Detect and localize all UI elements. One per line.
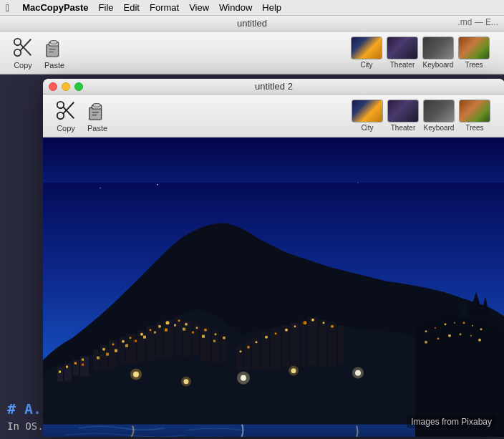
svg-point-110: [181, 376, 191, 386]
svg-rect-72: [106, 352, 109, 355]
svg-point-70: [223, 336, 226, 339]
svg-rect-88: [271, 329, 281, 368]
traffic-light-red[interactable]: [49, 82, 57, 91]
thumb-keyboard-label-front: Keyboard: [424, 124, 455, 132]
menu-file[interactable]: File: [99, 2, 114, 13]
svg-rect-83: [213, 339, 215, 342]
svg-point-63: [158, 324, 161, 327]
thumb-keyboard-back[interactable]: Keyboard: [422, 37, 454, 69]
menu-window[interactable]: Window: [219, 2, 252, 13]
svg-rect-93: [319, 319, 326, 366]
svg-point-112: [237, 371, 250, 384]
svg-rect-95: [338, 325, 344, 365]
copy-button-back[interactable]: Copy: [7, 33, 39, 72]
paste-button-back[interactable]: Paste: [39, 33, 70, 72]
window-front-chrome: untitled 2: [43, 79, 504, 95]
thumbnail-group-back: City Theater Keyboard Trees: [351, 37, 497, 69]
copy-button-front[interactable]: Copy: [50, 96, 82, 135]
svg-point-65: [178, 319, 180, 322]
svg-rect-41: [82, 363, 84, 365]
thumb-city-front[interactable]: City: [352, 100, 383, 132]
svg-point-128: [460, 333, 462, 335]
menu-help[interactable]: Help: [262, 2, 281, 13]
copy-label-front: Copy: [57, 124, 75, 132]
copy-label-back: Copy: [14, 61, 32, 69]
svg-rect-94: [328, 322, 336, 365]
scissors-icon-front: [54, 99, 77, 122]
svg-point-126: [437, 337, 440, 339]
city-image: Images from Pixabay: [43, 138, 504, 437]
svg-point-64: [166, 321, 170, 324]
svg-point-98: [256, 341, 258, 343]
thumb-keyboard-front[interactable]: Keyboard: [423, 100, 455, 132]
thumb-city-img-front: [352, 100, 383, 122]
svg-rect-51: [175, 317, 182, 356]
svg-rect-82: [202, 334, 205, 337]
city-scene: [43, 138, 504, 437]
thumb-theater-img-front: [387, 100, 419, 122]
svg-point-104: [311, 318, 314, 321]
menu-bar:  MacCopyPaste File Edit Format View Win…: [0, 0, 504, 16]
svg-rect-39: [74, 362, 77, 364]
thumb-theater-front[interactable]: Theater: [387, 100, 419, 132]
svg-rect-38: [66, 365, 68, 367]
window-back-title: untitled: [237, 18, 267, 29]
thumb-trees-label-back: Trees: [465, 61, 483, 69]
paste-icon: [43, 36, 66, 59]
scissors-icon: [11, 36, 34, 59]
svg-rect-52: [183, 320, 192, 356]
thumb-trees-img-back: [458, 37, 490, 59]
window-front: untitled 2 Copy: [43, 79, 504, 437]
svg-point-118: [425, 330, 427, 332]
svg-rect-78: [165, 328, 168, 331]
svg-point-122: [463, 322, 465, 324]
pixabay-credit: Images from Pixabay: [407, 415, 496, 428]
thumb-trees-back[interactable]: Trees: [458, 37, 490, 69]
traffic-light-green[interactable]: [74, 82, 83, 91]
svg-point-105: [323, 322, 325, 324]
svg-rect-36: [80, 356, 89, 376]
svg-point-120: [445, 323, 447, 325]
svg-point-58: [112, 343, 115, 345]
thumb-trees-front[interactable]: Trees: [459, 100, 490, 132]
svg-point-106: [331, 324, 334, 327]
thumb-theater-img-back: [387, 37, 418, 59]
svg-rect-73: [115, 349, 117, 352]
menu-format[interactable]: Format: [150, 2, 179, 13]
svg-point-28: [157, 183, 158, 185]
paste-button-front[interactable]: Paste: [82, 96, 113, 135]
traffic-light-yellow[interactable]: [62, 82, 70, 91]
svg-rect-75: [135, 339, 137, 342]
svg-rect-15: [93, 104, 100, 107]
svg-rect-6: [50, 41, 57, 44]
svg-point-68: [204, 328, 207, 331]
svg-rect-80: [183, 327, 185, 330]
thumb-city-back[interactable]: City: [351, 37, 382, 69]
svg-point-27: [100, 188, 101, 189]
thumbnail-group-front: City Theater Keyboard Trees: [352, 100, 498, 132]
toolbar-back: Copy Paste City: [0, 32, 504, 74]
svg-point-124: [480, 328, 483, 330]
svg-point-114: [289, 365, 299, 375]
svg-rect-50: [163, 319, 173, 357]
svg-point-61: [140, 332, 143, 335]
svg-rect-90: [291, 322, 299, 367]
svg-point-129: [470, 334, 472, 336]
thumb-city-label-back: City: [360, 61, 372, 69]
svg-point-103: [304, 321, 307, 324]
thumb-theater-label-front: Theater: [391, 124, 415, 132]
window-back-title-right: .md — E...: [457, 17, 498, 27]
thumb-keyboard-img-back: [422, 37, 454, 59]
svg-point-69: [215, 333, 217, 335]
thumb-trees-label-front: Trees: [465, 124, 483, 132]
svg-point-102: [294, 325, 296, 327]
menu-view[interactable]: View: [189, 2, 209, 13]
svg-point-119: [435, 327, 436, 328]
svg-point-97: [247, 345, 250, 348]
mountain-silhouette-svg: [43, 183, 504, 437]
thumb-theater-back[interactable]: Theater: [387, 37, 418, 69]
svg-rect-85: [245, 341, 251, 370]
svg-rect-71: [97, 356, 100, 359]
menu-edit[interactable]: Edit: [124, 2, 140, 13]
svg-rect-42: [93, 349, 99, 370]
